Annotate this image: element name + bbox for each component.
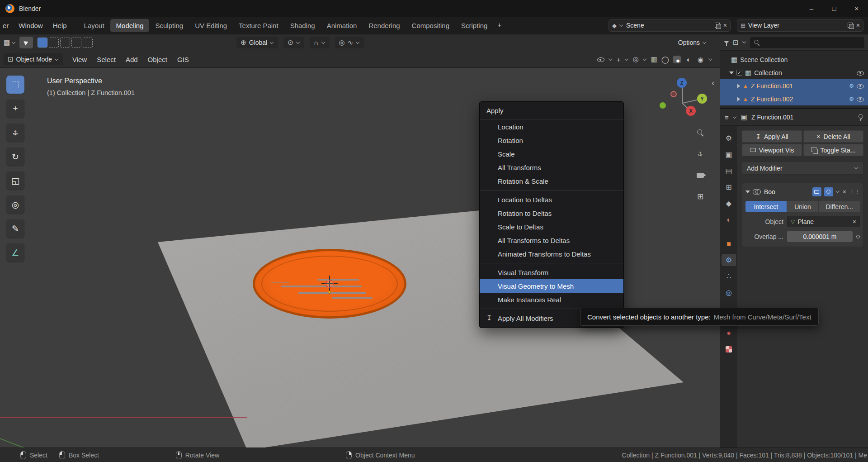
xray-toggle-icon[interactable]: ▥ xyxy=(651,55,657,63)
operation-difference[interactable]: Differen... xyxy=(819,201,860,212)
visibility-toggle-icon[interactable] xyxy=(597,56,604,63)
menu-render-partial[interactable]: er xyxy=(0,22,14,29)
shading-rendered-button[interactable]: ◉ xyxy=(697,56,704,63)
tab-scripting[interactable]: Scripting xyxy=(455,19,493,32)
menu-view[interactable]: View xyxy=(67,56,92,63)
close-button[interactable]: × xyxy=(845,0,868,17)
modifier-extras-chevron-icon[interactable] xyxy=(836,190,840,194)
expand-icon[interactable] xyxy=(729,71,734,74)
tool-measure[interactable]: ∠ xyxy=(6,243,24,262)
remove-modifier-icon[interactable]: × xyxy=(843,188,846,195)
clear-object-icon[interactable]: × xyxy=(853,218,856,225)
chevron-down-icon[interactable] xyxy=(733,115,737,119)
mode-dropdown[interactable]: ⊡ Object Mode xyxy=(4,53,63,65)
boolean-object-field[interactable]: ▽ Plane × xyxy=(787,216,860,227)
select-mode-subtract[interactable] xyxy=(60,38,70,48)
expand-icon[interactable] xyxy=(737,84,740,88)
scene-selector[interactable]: ◆ Scene × xyxy=(609,19,731,32)
menu-gis[interactable]: GIS xyxy=(172,56,194,63)
pivot-point-dropdown[interactable]: ⊙ xyxy=(283,37,304,48)
tab-animation[interactable]: Animation xyxy=(321,19,363,32)
unlink-scene-icon[interactable]: × xyxy=(723,22,727,29)
minimize-button[interactable]: – xyxy=(800,0,823,17)
tab-physics[interactable]: ◎ xyxy=(722,286,736,299)
menu-item-animated-transforms-to-deltas[interactable]: Animated Transforms to Deltas xyxy=(480,247,623,261)
tab-view-layer[interactable]: ⊞ xyxy=(722,181,736,193)
tool-transform[interactable]: ◎ xyxy=(6,195,24,214)
delete-all-button[interactable]: × Delete All xyxy=(803,130,863,143)
chevron-down-icon[interactable] xyxy=(643,57,647,62)
options-dropdown[interactable]: Options xyxy=(674,37,711,48)
menu-item-rotation-to-deltas[interactable]: Rotation to Deltas xyxy=(480,206,623,220)
tool-cursor[interactable]: + xyxy=(6,100,24,118)
menu-help[interactable]: Help xyxy=(48,22,72,29)
tab-scene[interactable]: ◆ xyxy=(722,197,736,210)
menu-item-location-to-deltas[interactable]: Location to Deltas xyxy=(480,193,623,206)
gizmo-x-neg-ball[interactable] xyxy=(670,91,677,97)
add-modifier-dropdown[interactable]: Add Modifier xyxy=(742,162,863,175)
tab-material[interactable]: ● xyxy=(722,327,736,339)
shading-chevron-icon[interactable] xyxy=(708,57,712,62)
filter-icon[interactable] xyxy=(724,41,729,44)
chevron-down-icon[interactable] xyxy=(609,57,613,62)
tool-move[interactable]: ↔↕ xyxy=(6,124,24,142)
menu-item-visual-geometry-to-mesh[interactable]: Visual Geometry to Mesh xyxy=(480,279,623,293)
outliner-search-input[interactable] xyxy=(750,37,864,48)
editor-type-icon[interactable]: ▦ xyxy=(4,38,10,47)
expand-icon[interactable] xyxy=(737,97,740,101)
apply-all-button[interactable]: ↧ Apply All xyxy=(742,130,802,143)
tab-modifiers[interactable]: ⚙ xyxy=(722,254,736,266)
tool-scale[interactable]: ◱ xyxy=(6,171,24,190)
gizmo-x-ball[interactable]: X xyxy=(686,106,696,116)
properties-editor-icon[interactable]: ≡ xyxy=(725,114,729,121)
modifier-name-field[interactable]: Boo xyxy=(763,188,810,195)
operation-intersect[interactable]: Intersect xyxy=(745,201,787,212)
chevron-down-icon[interactable] xyxy=(742,40,746,44)
chevron-down-icon[interactable] xyxy=(625,57,629,62)
gizmo-y-neg-ball[interactable] xyxy=(660,102,666,109)
menu-add[interactable]: Add xyxy=(121,56,143,63)
zoom-icon[interactable] xyxy=(694,127,706,138)
gizmos-toggle-icon[interactable]: + xyxy=(617,56,621,63)
sidebar-toggle-icon[interactable]: ‹ xyxy=(712,78,714,88)
menu-item-scale[interactable]: Scale xyxy=(480,147,623,161)
tab-uv-editing[interactable]: UV Editing xyxy=(189,19,233,32)
maximize-button[interactable]: □ xyxy=(823,0,845,17)
overlays-toggle-icon[interactable]: ◎ xyxy=(633,55,639,63)
menu-item-make-instances-real[interactable]: Make Instances Real xyxy=(480,293,623,306)
select-mode-intersect[interactable] xyxy=(83,38,93,48)
hide-collection-eye-icon[interactable] xyxy=(857,69,864,76)
tool-rotate[interactable]: ↻ xyxy=(6,148,24,166)
tab-tool[interactable]: ⚙ xyxy=(722,132,736,144)
shading-solid-button[interactable]: ● xyxy=(673,56,681,63)
select-mode-set[interactable] xyxy=(38,38,47,48)
outliner-row-zfunction-002[interactable]: ▲ Z Function.002 ⚙ xyxy=(720,92,868,105)
tab-compositing[interactable]: Compositing xyxy=(406,19,455,32)
shading-wireframe-button[interactable]: ◯ xyxy=(661,56,669,63)
add-workspace-button[interactable]: + xyxy=(493,19,505,31)
drag-handle-icon[interactable]: ⋮⋮ xyxy=(849,188,860,195)
menu-select[interactable]: Select xyxy=(92,56,121,63)
outliner-row-scene-collection[interactable]: ▦ Scene Collection xyxy=(720,53,868,66)
tab-render[interactable]: ▣ xyxy=(722,148,736,161)
menu-window[interactable]: Window xyxy=(14,22,47,29)
tab-texture[interactable] xyxy=(722,343,736,355)
tab-shading[interactable]: Shading xyxy=(284,19,321,32)
menu-item-all-transforms-to-deltas[interactable]: All Transforms to Deltas xyxy=(480,233,623,247)
display-mode-icon[interactable]: ⊡ xyxy=(733,38,739,47)
active-tool-button[interactable] xyxy=(19,37,33,48)
collection-checkbox[interactable]: ✓ xyxy=(736,70,742,76)
menu-object[interactable]: Object xyxy=(143,56,172,63)
hide-object-eye-icon[interactable] xyxy=(857,95,864,102)
tab-object[interactable]: ■ xyxy=(722,238,736,250)
outliner-row-zfunction-001[interactable]: ▲ Z Function.001 ⚙ xyxy=(720,79,868,92)
transform-orientation-dropdown[interactable]: ⊕ Global xyxy=(236,37,278,48)
menu-item-location[interactable]: Location xyxy=(480,120,623,133)
select-mode-extend[interactable] xyxy=(49,38,59,48)
tab-modeling[interactable]: Modeling xyxy=(110,19,150,32)
outliner-row-collection[interactable]: ✓ ▦ Collection xyxy=(720,66,868,79)
remove-view-layer-icon[interactable]: × xyxy=(856,22,860,29)
tab-layout[interactable]: Layout xyxy=(78,19,110,32)
tool-annotate[interactable]: ✎ xyxy=(6,219,24,238)
menu-item-scale-to-deltas[interactable]: Scale to Deltas xyxy=(480,220,623,233)
